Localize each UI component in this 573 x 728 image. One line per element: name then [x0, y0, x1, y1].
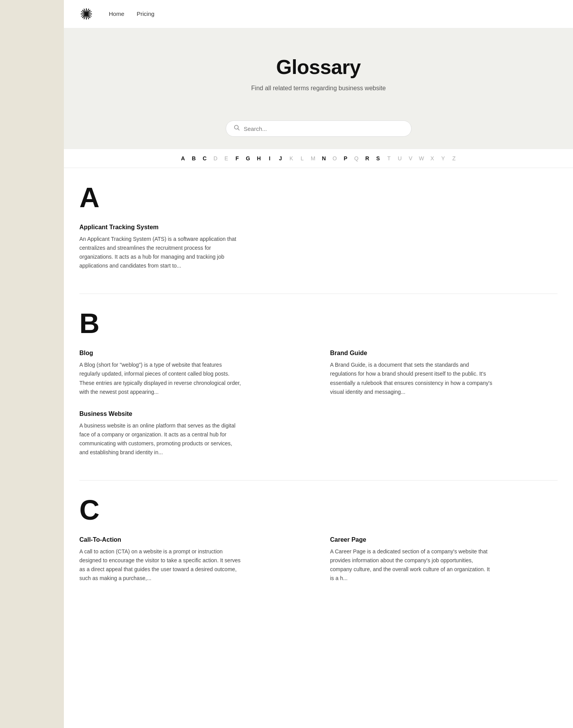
entry-title-blog: Blog	[79, 350, 242, 357]
entry-brand-guide: Brand GuideA Brand Guide, is a document …	[330, 350, 493, 396]
entries-grid-c: Call-To-ActionA call to action (CTA) on …	[79, 536, 558, 583]
entry-title-1: Career Page	[330, 536, 493, 543]
entry-career-page: Career PageA Career Page is a dedicated …	[330, 536, 493, 583]
alpha-letter-b[interactable]: B	[191, 155, 197, 161]
alphabet-nav: ABCDEFGHIJKLMNOPQRSTUVWXYZ	[64, 149, 573, 168]
section-b: BBlogA Blog (short for "weblog") is a ty…	[79, 309, 558, 457]
alpha-letter-f[interactable]: F	[234, 155, 240, 161]
alpha-letter-x[interactable]: X	[429, 155, 436, 161]
entry-body-brand-guide: A Brand Guide, is a document that sets t…	[330, 361, 493, 396]
alpha-letter-p[interactable]: P	[343, 155, 349, 161]
navbar: Home Pricing	[64, 0, 573, 28]
entry-title-0: Applicant Tracking System	[79, 224, 242, 231]
alpha-letter-m[interactable]: M	[310, 155, 316, 161]
alpha-letter-y[interactable]: Y	[440, 155, 446, 161]
alpha-letter-w[interactable]: W	[419, 155, 425, 161]
alpha-letter-o[interactable]: O	[332, 155, 338, 161]
hero-subtitle: Find all related terms regarding busines…	[79, 85, 558, 92]
alpha-letter-h[interactable]: H	[256, 155, 262, 161]
entry-body-0: An Applicant Tracking System (ATS) is a …	[79, 235, 242, 270]
entry-title-0: Call-To-Action	[79, 536, 242, 543]
page-title: Glossary	[79, 55, 558, 79]
content-area: AApplicant Tracking SystemAn Applicant T…	[64, 168, 573, 622]
alpha-letter-v[interactable]: V	[408, 155, 414, 161]
logo[interactable]	[79, 7, 93, 21]
entry-call-to-action: Call-To-ActionA call to action (CTA) on …	[79, 536, 242, 583]
alpha-letter-n[interactable]: N	[321, 155, 327, 161]
entry-title-brand-guide: Brand Guide	[330, 350, 493, 357]
search-input[interactable]	[244, 125, 403, 132]
alpha-letter-u[interactable]: U	[397, 155, 403, 161]
alpha-letter-k[interactable]: K	[288, 155, 295, 161]
section-c: CCall-To-ActionA call to action (CTA) on…	[79, 496, 558, 583]
alpha-letter-s[interactable]: S	[375, 155, 381, 161]
alpha-letter-z[interactable]: Z	[451, 155, 457, 161]
alpha-letter-a[interactable]: A	[180, 155, 186, 161]
alpha-letter-c[interactable]: C	[202, 155, 208, 161]
alpha-letter-r[interactable]: R	[364, 155, 371, 161]
alpha-letter-i[interactable]: I	[267, 155, 273, 161]
alpha-letter-e[interactable]: E	[223, 155, 230, 161]
entry-body-0: A call to action (CTA) on a website is a…	[79, 547, 242, 583]
section-letter-b: B	[79, 309, 558, 337]
nav-home[interactable]: Home	[109, 10, 124, 17]
alpha-letter-q[interactable]: Q	[353, 155, 360, 161]
section-divider	[79, 294, 558, 294]
section-a: AApplicant Tracking SystemAn Applicant T…	[79, 184, 558, 270]
alpha-letter-l[interactable]: L	[299, 155, 305, 161]
svg-line-10	[238, 129, 239, 130]
alpha-letter-t[interactable]: T	[386, 155, 392, 161]
alpha-letter-g[interactable]: G	[245, 155, 251, 161]
entry-blog: BlogA Blog (short for "weblog") is a typ…	[79, 350, 242, 396]
nav-links: Home Pricing	[109, 10, 154, 17]
alpha-letter-d[interactable]: D	[213, 155, 219, 161]
search-section	[64, 111, 573, 149]
section-divider	[79, 480, 558, 481]
logo-icon	[79, 7, 93, 21]
section-letter-c: C	[79, 496, 558, 524]
section-letter-a: A	[79, 184, 558, 211]
entry-business-website: Business WebsiteA business website is an…	[79, 410, 242, 457]
entry-body-blog: A Blog (short for "weblog") is a type of…	[79, 361, 242, 396]
entry-body-1: A Career Page is a dedicated section of …	[330, 547, 493, 583]
entry-body-business-website: A business website is an online platform…	[79, 421, 242, 457]
entry-applicant-tracking-system: Applicant Tracking SystemAn Applicant Tr…	[79, 224, 242, 270]
search-icon	[234, 125, 240, 132]
nav-pricing[interactable]: Pricing	[137, 10, 154, 17]
entries-grid-b: BlogA Blog (short for "weblog") is a typ…	[79, 350, 558, 396]
hero-section: Glossary Find all related terms regardin…	[64, 28, 573, 111]
search-bar[interactable]	[226, 120, 412, 137]
entry-title-business-website: Business Website	[79, 410, 242, 417]
page-wrapper: Home Pricing Glossary Find all related t…	[64, 0, 573, 728]
alpha-letter-j[interactable]: J	[278, 155, 284, 161]
